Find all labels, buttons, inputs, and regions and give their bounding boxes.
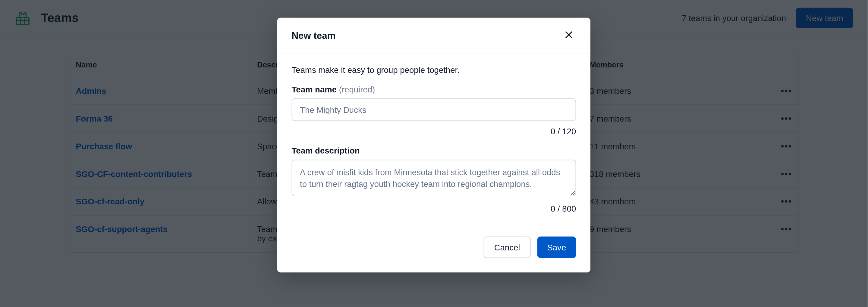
team-name-label: Team name (required) — [292, 84, 576, 94]
team-description-label: Team description — [292, 146, 576, 155]
cancel-button[interactable]: Cancel — [484, 237, 531, 258]
close-icon — [564, 33, 574, 41]
team-name-char-count: 0 / 120 — [292, 127, 576, 136]
save-button[interactable]: Save — [537, 237, 576, 258]
modal-title: New team — [292, 30, 336, 41]
new-team-modal: New team Teams make it easy to group peo… — [277, 18, 590, 272]
modal-overlay[interactable]: New team Teams make it easy to group peo… — [0, 0, 868, 307]
modal-intro-text: Teams make it easy to group people toget… — [292, 65, 576, 75]
team-description-char-count: 0 / 800 — [292, 204, 576, 213]
modal-close-button[interactable] — [562, 28, 576, 44]
team-description-input[interactable] — [292, 160, 576, 196]
team-name-input[interactable] — [292, 98, 576, 121]
